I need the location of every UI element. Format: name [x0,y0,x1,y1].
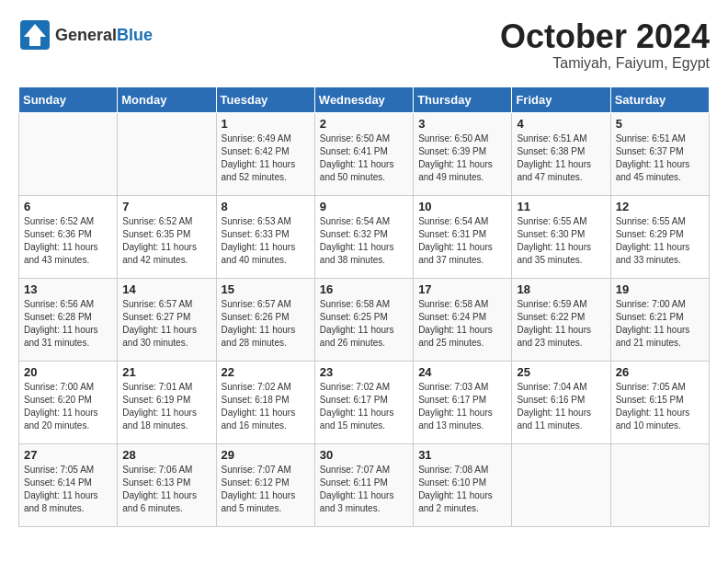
day-header-thursday: Thursday [414,86,512,112]
day-number: 4 [517,117,605,131]
calendar-cell: 18Sunrise: 6:59 AMSunset: 6:22 PMDayligh… [512,278,610,361]
calendar-cell: 9Sunrise: 6:54 AMSunset: 6:32 PMDaylight… [314,195,413,278]
day-header-friday: Friday [512,86,610,112]
day-number: 15 [222,282,310,296]
day-number: 30 [320,448,408,462]
day-number: 11 [517,200,605,213]
logo-icon [18,18,51,52]
calendar-week-4: 20Sunrise: 7:00 AMSunset: 6:20 PMDayligh… [19,361,710,443]
calendar-week-5: 27Sunrise: 7:05 AMSunset: 6:14 PMDayligh… [19,443,710,526]
day-number: 9 [320,200,408,213]
calendar-week-1: 1Sunrise: 6:49 AMSunset: 6:42 PMDaylight… [19,112,710,195]
calendar-cell: 16Sunrise: 6:58 AMSunset: 6:25 PMDayligh… [314,278,413,361]
calendar-cell: 7Sunrise: 6:52 AMSunset: 6:35 PMDaylight… [118,195,216,278]
day-number: 1 [222,117,310,131]
logo-general-text: General [55,26,117,44]
cell-content: Sunrise: 6:50 AMSunset: 6:41 PMDaylight:… [320,132,408,184]
day-number: 24 [418,365,506,379]
day-number: 19 [616,282,704,296]
cell-content: Sunrise: 7:02 AMSunset: 6:18 PMDaylight:… [222,381,310,432]
calendar-cell: 2Sunrise: 6:50 AMSunset: 6:41 PMDaylight… [314,112,413,195]
cell-content: Sunrise: 6:57 AMSunset: 6:27 PMDaylight:… [122,298,210,350]
page-header: GeneralBlue October 2024 Tamiyah, Faiyum… [18,18,710,72]
calendar-cell: 22Sunrise: 7:02 AMSunset: 6:18 PMDayligh… [216,361,314,443]
cell-content: Sunrise: 7:02 AMSunset: 6:17 PMDaylight:… [320,381,408,432]
cell-content: Sunrise: 6:53 AMSunset: 6:33 PMDaylight:… [222,215,310,267]
day-number: 10 [418,200,506,213]
cell-content: Sunrise: 6:51 AMSunset: 6:38 PMDaylight:… [517,132,605,184]
day-number: 20 [24,365,112,379]
day-header-monday: Monday [118,86,216,112]
calendar-table: SundayMondayTuesdayWednesdayThursdayFrid… [18,86,710,527]
cell-content: Sunrise: 6:55 AMSunset: 6:29 PMDaylight:… [616,215,704,267]
calendar-cell: 3Sunrise: 6:50 AMSunset: 6:39 PMDaylight… [414,112,512,195]
calendar-cell: 29Sunrise: 7:07 AMSunset: 6:12 PMDayligh… [216,443,314,526]
cell-content: Sunrise: 6:50 AMSunset: 6:39 PMDaylight:… [418,132,506,184]
cell-content: Sunrise: 7:05 AMSunset: 6:15 PMDaylight:… [616,381,704,432]
day-number: 31 [418,448,506,462]
day-header-tuesday: Tuesday [216,86,314,112]
cell-content: Sunrise: 7:00 AMSunset: 6:20 PMDaylight:… [24,381,112,432]
calendar-cell: 6Sunrise: 6:52 AMSunset: 6:36 PMDaylight… [19,195,118,278]
calendar-cell: 5Sunrise: 6:51 AMSunset: 6:37 PMDaylight… [610,112,709,195]
calendar-cell: 24Sunrise: 7:03 AMSunset: 6:17 PMDayligh… [414,361,512,443]
day-number: 25 [517,365,605,379]
day-number: 7 [122,200,210,213]
cell-content: Sunrise: 6:52 AMSunset: 6:36 PMDaylight:… [24,215,112,267]
cell-content: Sunrise: 7:07 AMSunset: 6:12 PMDaylight:… [222,464,310,515]
month-year-title: October 2024 [500,18,710,55]
calendar-cell: 13Sunrise: 6:56 AMSunset: 6:28 PMDayligh… [19,278,118,361]
calendar-body: 1Sunrise: 6:49 AMSunset: 6:42 PMDaylight… [19,112,710,526]
day-header-sunday: Sunday [19,86,118,112]
day-number: 23 [320,365,408,379]
cell-content: Sunrise: 6:51 AMSunset: 6:37 PMDaylight:… [616,132,704,184]
calendar-cell: 25Sunrise: 7:04 AMSunset: 6:16 PMDayligh… [512,361,610,443]
location-subtitle: Tamiyah, Faiyum, Egypt [500,55,710,72]
logo: GeneralBlue [18,18,153,52]
calendar-cell: 21Sunrise: 7:01 AMSunset: 6:19 PMDayligh… [118,361,216,443]
calendar-cell: 23Sunrise: 7:02 AMSunset: 6:17 PMDayligh… [314,361,413,443]
day-number: 3 [418,117,506,131]
day-number: 13 [24,282,112,296]
day-number: 28 [122,448,210,462]
cell-content: Sunrise: 7:06 AMSunset: 6:13 PMDaylight:… [122,464,210,515]
cell-content: Sunrise: 7:07 AMSunset: 6:11 PMDaylight:… [320,464,408,515]
calendar-week-3: 13Sunrise: 6:56 AMSunset: 6:28 PMDayligh… [19,278,710,361]
calendar-cell: 19Sunrise: 7:00 AMSunset: 6:21 PMDayligh… [610,278,709,361]
calendar-cell [610,443,709,526]
cell-content: Sunrise: 7:00 AMSunset: 6:21 PMDaylight:… [616,298,704,350]
day-number: 2 [320,117,408,131]
calendar-cell [512,443,610,526]
day-number: 21 [122,365,210,379]
day-number: 8 [222,200,310,213]
day-number: 6 [24,200,112,213]
days-header-row: SundayMondayTuesdayWednesdayThursdayFrid… [19,86,710,112]
day-header-saturday: Saturday [610,86,709,112]
calendar-cell: 27Sunrise: 7:05 AMSunset: 6:14 PMDayligh… [19,443,118,526]
cell-content: Sunrise: 6:54 AMSunset: 6:31 PMDaylight:… [418,215,506,267]
calendar-cell: 28Sunrise: 7:06 AMSunset: 6:13 PMDayligh… [118,443,216,526]
calendar-cell: 17Sunrise: 6:58 AMSunset: 6:24 PMDayligh… [414,278,512,361]
calendar-cell [19,112,118,195]
calendar-cell: 4Sunrise: 6:51 AMSunset: 6:38 PMDaylight… [512,112,610,195]
calendar-cell: 30Sunrise: 7:07 AMSunset: 6:11 PMDayligh… [314,443,413,526]
day-number: 17 [418,282,506,296]
calendar-header: SundayMondayTuesdayWednesdayThursdayFrid… [19,86,710,112]
cell-content: Sunrise: 7:03 AMSunset: 6:17 PMDaylight:… [418,381,506,432]
cell-content: Sunrise: 6:49 AMSunset: 6:42 PMDaylight:… [222,132,310,184]
logo-blue-text: Blue [117,26,153,44]
day-number: 22 [222,365,310,379]
cell-content: Sunrise: 6:57 AMSunset: 6:26 PMDaylight:… [222,298,310,350]
cell-content: Sunrise: 7:04 AMSunset: 6:16 PMDaylight:… [517,381,605,432]
cell-content: Sunrise: 6:58 AMSunset: 6:25 PMDaylight:… [320,298,408,350]
cell-content: Sunrise: 6:52 AMSunset: 6:35 PMDaylight:… [122,215,210,267]
title-block: October 2024 Tamiyah, Faiyum, Egypt [500,18,710,72]
calendar-week-2: 6Sunrise: 6:52 AMSunset: 6:36 PMDaylight… [19,195,710,278]
calendar-cell: 11Sunrise: 6:55 AMSunset: 6:30 PMDayligh… [512,195,610,278]
cell-content: Sunrise: 6:56 AMSunset: 6:28 PMDaylight:… [24,298,112,350]
day-number: 27 [24,448,112,462]
calendar-cell: 12Sunrise: 6:55 AMSunset: 6:29 PMDayligh… [610,195,709,278]
day-number: 18 [517,282,605,296]
day-number: 5 [616,117,704,131]
calendar-cell: 31Sunrise: 7:08 AMSunset: 6:10 PMDayligh… [414,443,512,526]
